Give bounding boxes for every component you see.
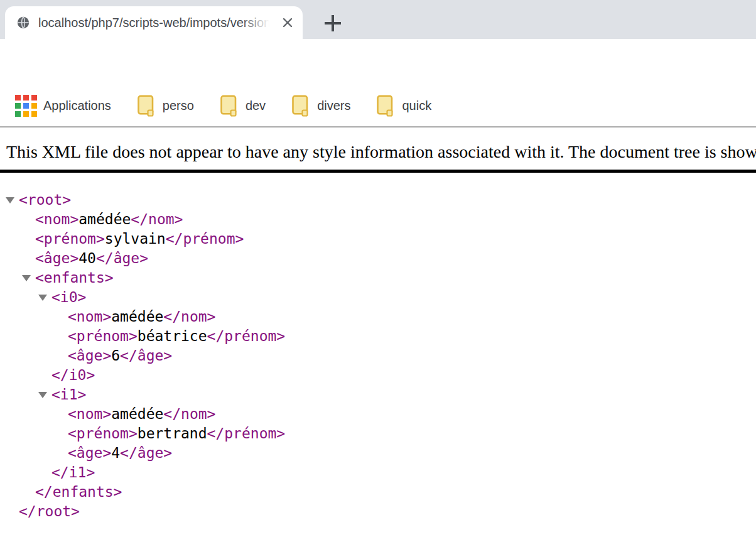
xml-tag: </i0>: [51, 367, 95, 383]
xml-tag: </root>: [19, 503, 80, 519]
bookmark-folder-label: quick: [402, 99, 431, 113]
xml-line: <prénom>bertrand</prénom>: [0, 424, 756, 443]
folder-icon: [377, 95, 394, 117]
xml-line: <prénom>béatrice</prénom>: [0, 327, 756, 346]
apps-grid-cell: [15, 103, 21, 109]
xml-line: <nom>amédée</nom>: [0, 404, 756, 424]
xml-line: </enfants>: [0, 482, 756, 502]
xml-tag: </nom>: [163, 308, 215, 325]
xml-tag: <i0>: [51, 289, 86, 305]
xml-tag: </nom>: [163, 406, 215, 422]
xml-line: </root>: [0, 502, 756, 521]
xml-tag: </nom>: [131, 211, 183, 227]
xml-text-value: 4: [111, 445, 120, 461]
apps-grid-cell: [23, 95, 29, 100]
xml-tag: <âge>: [68, 347, 111, 364]
tab-strip: localhost/php7/scripts-web/impots/versio…: [0, 0, 756, 39]
xml-tag: </âge>: [120, 347, 172, 364]
apps-grid-cell: [23, 111, 29, 117]
xml-tag: </prénom>: [207, 328, 286, 344]
xml-tag: <enfants>: [35, 269, 114, 286]
xml-tag: <âge>: [35, 250, 78, 266]
xml-tag: </prénom>: [166, 231, 244, 247]
xml-line: </i0>: [0, 366, 756, 385]
xml-line: <root>: [0, 190, 756, 210]
bookmark-folder-perso[interactable]: perso: [138, 95, 194, 117]
bookmark-folder-dev[interactable]: dev: [220, 95, 266, 117]
bookmark-folder-label: dev: [246, 99, 266, 113]
apps-grid-cell: [23, 103, 29, 109]
xml-line: <enfants>: [0, 268, 756, 288]
collapse-arrow-icon[interactable]: [22, 275, 31, 281]
collapse-arrow-icon[interactable]: [38, 392, 47, 398]
new-tab-button[interactable]: [318, 9, 348, 37]
folder-icon: [292, 95, 309, 117]
xml-text-value: béatrice: [138, 328, 207, 344]
bookmark-folder-label: divers: [317, 99, 350, 113]
xml-line: <i1>: [0, 385, 756, 404]
xml-tag: </âge>: [120, 445, 172, 461]
xml-text-value: amédée: [111, 308, 163, 325]
xml-tag: <prénom>: [35, 231, 105, 247]
bookmark-folder-quick[interactable]: quick: [377, 95, 431, 117]
xml-text-value: 40: [78, 250, 96, 266]
xml-text-value: bertrand: [138, 425, 207, 442]
apps-shortcut[interactable]: Applications: [15, 95, 111, 117]
xml-text-value: amédée: [78, 211, 131, 227]
apps-grid-icon: [15, 95, 37, 117]
xml-tag: <prénom>: [68, 328, 138, 344]
xml-line: <âge>6</âge>: [0, 346, 756, 366]
xml-line: <âge>4</âge>: [0, 443, 756, 463]
apps-grid-cell: [15, 111, 21, 117]
apps-shortcut-label: Applications: [43, 99, 111, 113]
xml-tag: </prénom>: [207, 425, 286, 442]
tab-close-icon[interactable]: [280, 15, 295, 30]
xml-tag: <nom>: [35, 211, 78, 227]
xml-line: <i0>: [0, 288, 756, 307]
xml-line: <âge>40</âge>: [0, 249, 756, 268]
xml-tag: <i1>: [51, 386, 86, 403]
xml-text-value: amédée: [111, 406, 163, 422]
browser-tab[interactable]: localhost/php7/scripts-web/impots/versio…: [5, 6, 303, 39]
bookmarks-bar: Applications perso dev divers quick: [0, 85, 756, 127]
collapse-arrow-icon[interactable]: [6, 197, 14, 203]
xml-tag: </i1>: [51, 464, 95, 480]
collapse-arrow-icon[interactable]: [38, 295, 47, 301]
xml-tag: <prénom>: [68, 425, 138, 442]
xml-tag: <root>: [19, 192, 71, 208]
xml-document-tree: <root><nom>amédée</nom><prénom>sylvain</…: [0, 190, 756, 521]
xml-line: <prénom>sylvain</prénom>: [0, 229, 756, 249]
globe-favicon-icon: [16, 16, 30, 30]
xml-tag: </enfants>: [35, 484, 122, 500]
xml-no-style-message: This XML file does not appear to have an…: [0, 127, 756, 173]
folder-icon: [220, 95, 237, 117]
apps-grid-cell: [31, 103, 37, 109]
xml-tag: <âge>: [68, 445, 111, 461]
tab-title: localhost/php7/scripts-web/impots/versio…: [38, 6, 276, 39]
xml-line: <nom>amédée</nom>: [0, 307, 756, 327]
xml-text-value: sylvain: [105, 231, 166, 247]
apps-grid-cell: [31, 95, 37, 100]
navigation-bar: localhost/php7/scripts-web/impots/versio…: [0, 39, 756, 85]
folder-icon: [138, 95, 154, 117]
bookmark-folder-label: perso: [163, 99, 194, 113]
page-content: This XML file does not appear to have an…: [0, 127, 756, 537]
xml-line: <nom>amédée</nom>: [0, 210, 756, 229]
apps-grid-cell: [31, 111, 37, 117]
xml-tag: <nom>: [68, 406, 111, 422]
xml-tag: </âge>: [96, 250, 148, 266]
bookmark-folder-divers[interactable]: divers: [292, 95, 350, 117]
apps-grid-cell: [15, 95, 21, 100]
xml-line: </i1>: [0, 463, 756, 482]
plus-icon: [323, 14, 342, 33]
xml-text-value: 6: [111, 347, 120, 364]
xml-tag: <nom>: [68, 308, 111, 325]
